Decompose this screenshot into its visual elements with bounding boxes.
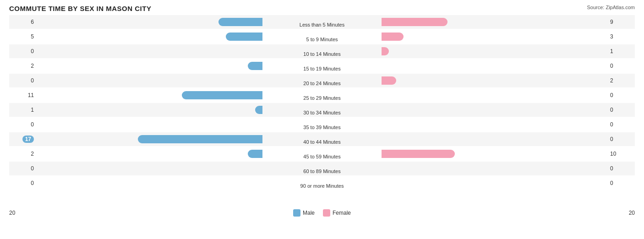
bars-center: Less than 5 Minutes	[37, 15, 607, 29]
bar-male-wrap	[37, 47, 262, 56]
left-value: 0	[9, 180, 37, 186]
bar-male	[182, 91, 262, 99]
male-value-highlight: 17	[22, 136, 34, 143]
axis-left-label: 20	[9, 210, 37, 216]
bars-center: 60 to 89 Minutes	[37, 162, 607, 175]
chart-area: 6 Less than 5 Minutes 9 5 5 to 9 Minutes	[9, 15, 635, 207]
row-label: 15 to 19 Minutes	[303, 66, 340, 71]
male-value-normal: 6	[31, 19, 34, 25]
bars-center: 5 to 9 Minutes	[37, 30, 607, 43]
right-value: 10	[607, 151, 635, 157]
left-value: 2	[9, 63, 37, 69]
left-value: 11	[9, 92, 37, 98]
left-value: 0	[9, 77, 37, 84]
bar-male	[255, 106, 262, 114]
bar-male-wrap	[37, 32, 262, 41]
male-value-normal: 0	[31, 48, 34, 54]
legend-female-label: Female	[333, 210, 351, 216]
bars-center: 40 to 44 Minutes	[37, 132, 607, 146]
bar-female	[382, 76, 396, 85]
right-value: 0	[607, 107, 635, 113]
legend-female-box	[323, 209, 330, 217]
row-label: 10 to 14 Minutes	[303, 51, 340, 57]
right-value: 1	[607, 48, 635, 54]
bar-male-wrap	[37, 179, 262, 188]
bar-female-wrap	[382, 135, 607, 144]
bar-female-wrap	[382, 91, 607, 100]
bars-center: 35 to 39 Minutes	[37, 118, 607, 131]
chart-row: 0 10 to 14 Minutes 1	[9, 44, 635, 58]
bar-male	[138, 135, 262, 143]
bar-male-wrap	[37, 91, 262, 100]
bar-female	[382, 47, 389, 55]
male-value-normal: 0	[31, 180, 34, 186]
bars-center: 90 or more Minutes	[37, 176, 607, 190]
bar-male-wrap	[37, 105, 262, 114]
male-value-normal: 1	[31, 107, 34, 113]
legend-male-label: Male	[303, 210, 315, 216]
male-value-normal: 11	[28, 92, 34, 98]
legend-male-box	[293, 209, 300, 217]
bar-male-wrap	[37, 76, 262, 85]
right-value: 0	[607, 121, 635, 128]
left-value: 6	[9, 19, 37, 25]
bar-male-wrap	[37, 17, 262, 27]
male-value-normal: 0	[31, 121, 34, 128]
right-value: 2	[607, 77, 635, 84]
bars-center: 20 to 24 Minutes	[37, 74, 607, 87]
male-value-normal: 0	[31, 165, 34, 172]
left-value: 2	[9, 151, 37, 157]
legend-male: Male	[293, 209, 315, 217]
bar-female	[382, 18, 448, 26]
row-label: 35 to 39 Minutes	[303, 125, 340, 130]
left-value: 0	[9, 165, 37, 172]
axis-right-label: 20	[607, 210, 635, 216]
bar-male-wrap	[37, 120, 262, 129]
male-value-normal: 2	[31, 151, 34, 157]
bar-female-wrap	[382, 76, 607, 85]
legend-female: Female	[323, 209, 351, 217]
male-value-normal: 0	[31, 77, 34, 84]
bar-male-wrap	[37, 61, 262, 71]
male-value-normal: 2	[31, 63, 34, 69]
bar-female-wrap	[382, 149, 607, 158]
chart-row: 0 90 or more Minutes 0	[9, 176, 635, 190]
bar-female-wrap	[382, 120, 607, 129]
row-label: 25 to 29 Minutes	[303, 95, 340, 101]
legend: Male Female	[37, 209, 607, 217]
right-value: 9	[607, 19, 635, 25]
chart-row: 2 15 to 19 Minutes 0	[9, 59, 635, 73]
axis-row: 20 Male Female 20	[9, 209, 635, 217]
chart-title: COMMUTE TIME BY SEX IN MASON CITY	[9, 5, 151, 12]
left-value: 5	[9, 33, 37, 40]
bar-female-wrap	[382, 47, 607, 56]
chart-row: 0 60 to 89 Minutes 0	[9, 162, 635, 175]
male-value-normal: 5	[31, 33, 34, 40]
left-value: 0	[9, 121, 37, 128]
chart-row: 2 45 to 59 Minutes 10	[9, 147, 635, 161]
source-text: Source: ZipAtlas.com	[587, 5, 635, 10]
bars-center: 30 to 34 Minutes	[37, 103, 607, 117]
chart-container: COMMUTE TIME BY SEX IN MASON CITY Source…	[0, 0, 644, 239]
chart-row: 6 Less than 5 Minutes 9	[9, 15, 635, 29]
chart-row: 0 35 to 39 Minutes 0	[9, 118, 635, 131]
title-row: COMMUTE TIME BY SEX IN MASON CITY Source…	[9, 5, 635, 12]
row-label: 90 or more Minutes	[300, 183, 344, 189]
row-label: 45 to 59 Minutes	[303, 154, 340, 159]
row-label: 30 to 34 Minutes	[303, 110, 340, 115]
bar-male-wrap	[37, 135, 262, 144]
bar-female	[382, 150, 455, 158]
chart-row: 11 25 to 29 Minutes 0	[9, 88, 635, 102]
bar-female	[382, 33, 404, 41]
chart-row: 5 5 to 9 Minutes 3	[9, 30, 635, 43]
right-value: 0	[607, 63, 635, 69]
right-value: 0	[607, 136, 635, 142]
right-value: 0	[607, 92, 635, 98]
bar-male	[218, 18, 262, 26]
row-label: 20 to 24 Minutes	[303, 81, 340, 86]
left-value: 17	[9, 136, 37, 142]
bar-male-wrap	[37, 149, 262, 158]
bar-male	[248, 62, 262, 70]
right-value: 3	[607, 33, 635, 40]
bar-female-wrap	[382, 32, 607, 41]
